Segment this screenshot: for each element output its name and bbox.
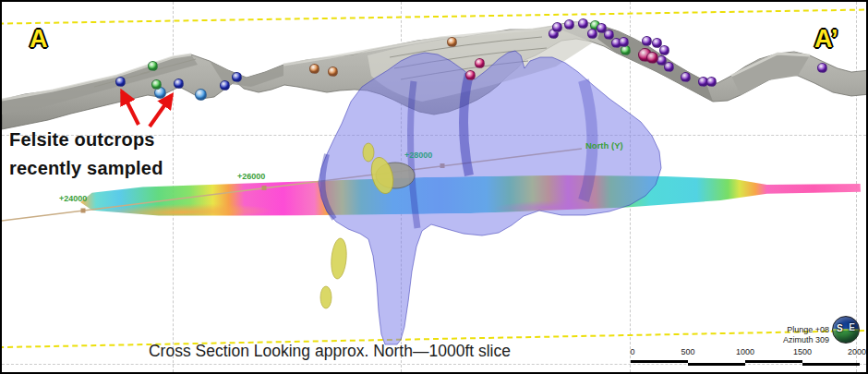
- blue-sample-point[interactable]: [115, 77, 126, 87]
- axis-tick-24000: +24000: [59, 194, 87, 203]
- azimuth-value: Azimuth 309: [765, 335, 829, 345]
- section-endpoint-a: A: [30, 25, 48, 54]
- purple-sample-point[interactable]: [817, 63, 827, 73]
- axis-tick-26000: +26000: [237, 172, 265, 181]
- scale-label-1500: 1500: [793, 347, 812, 356]
- view-orientation-info: Plunge +08 Azimuth 309: [765, 325, 829, 345]
- axis-name-north: North (Y): [585, 140, 623, 151]
- scale-label-500: 500: [681, 347, 694, 356]
- purple-sample-point[interactable]: [681, 72, 691, 82]
- purple-sample-point[interactable]: [642, 36, 652, 46]
- pink-sample-point[interactable]: [465, 70, 476, 80]
- globe-south-label: S: [837, 323, 843, 333]
- purple-sample-point[interactable]: [706, 77, 717, 87]
- globe-east-label: E: [849, 322, 855, 332]
- annotation-text: Felsite outcrops recently sampled: [9, 126, 163, 183]
- section-caption: Cross Section Looking approx. North—1000…: [53, 342, 607, 361]
- scale-segment: [688, 363, 745, 366]
- purple-sample-point[interactable]: [619, 37, 629, 47]
- scale-segment: [745, 360, 802, 363]
- sample-points-layer: [2, 2, 868, 374]
- scale-bar: 0 500 1000 1500 2000: [631, 347, 860, 368]
- green-sample-point[interactable]: [151, 79, 162, 90]
- purple-sample-point[interactable]: [587, 29, 597, 39]
- scale-segment: [631, 360, 688, 363]
- purple-sample-point[interactable]: [664, 62, 674, 72]
- blue-sample-point[interactable]: [220, 80, 230, 90]
- orientation-globe-icon[interactable]: S E: [832, 316, 860, 344]
- blue-sample-point[interactable]: [174, 78, 184, 89]
- scale-label-2000: 2000: [848, 347, 866, 356]
- axis-tick-28000: +28000: [404, 151, 432, 160]
- annotation-line1: Felsite outcrops: [9, 126, 163, 154]
- scale-label-0: 0: [630, 347, 634, 356]
- orange-sample-point[interactable]: [328, 66, 338, 77]
- purple-sample-point[interactable]: [552, 22, 562, 32]
- purple-sample-point[interactable]: [578, 18, 588, 29]
- pink-sample-point[interactable]: [475, 58, 485, 68]
- purple-sample-point[interactable]: [604, 30, 614, 40]
- purple-sample-point[interactable]: [564, 19, 574, 30]
- scale-segment: [802, 363, 860, 366]
- plunge-value: Plunge +08: [765, 325, 829, 335]
- section-endpoint-a-prime: A’: [814, 25, 838, 54]
- annotation-line2: recently sampled: [9, 154, 163, 183]
- green-sample-point[interactable]: [148, 61, 158, 71]
- purple-sample-point[interactable]: [659, 45, 669, 55]
- orange-sample-point[interactable]: [309, 64, 319, 74]
- magenta-sample-point[interactable]: [646, 52, 658, 64]
- sky-sample-point[interactable]: [195, 89, 207, 101]
- 3d-cross-section-viewport[interactable]: A A’ Felsite outcrops recently sampled C…: [0, 0, 868, 374]
- orange-sample-point[interactable]: [447, 37, 457, 47]
- scale-label-1000: 1000: [736, 347, 754, 356]
- blue-sample-point[interactable]: [232, 72, 242, 82]
